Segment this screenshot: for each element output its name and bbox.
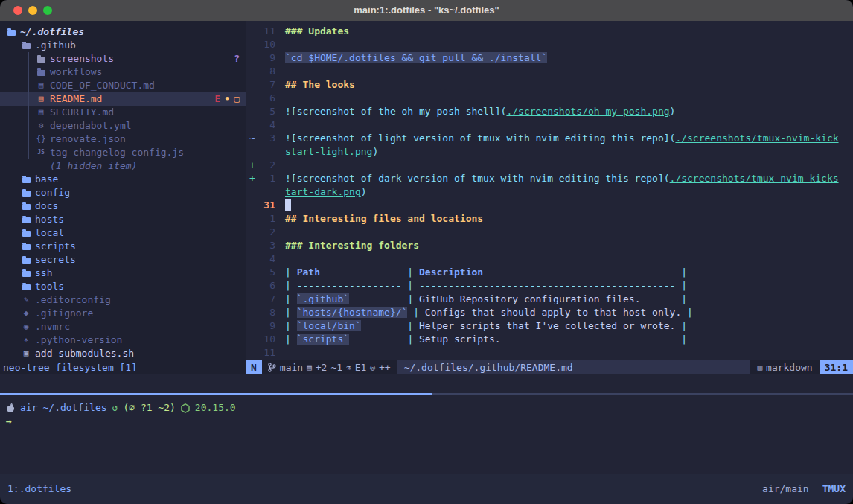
line-number: 6 xyxy=(258,279,275,293)
tree-item-add-submodules-sh[interactable]: ▣add-submodules.sh xyxy=(0,347,246,360)
editor-line[interactable]: 11### Updates xyxy=(246,25,853,38)
editor-line[interactable]: tart-dark.png) xyxy=(246,185,853,199)
line-number: 11 xyxy=(258,25,275,38)
editor-line[interactable]: 1## Interesting files and locations xyxy=(246,212,853,226)
tree-item-config[interactable]: config xyxy=(0,186,246,200)
tmux-pane-divider[interactable] xyxy=(0,393,853,395)
extra-flags: ++ xyxy=(379,361,391,374)
sign-column xyxy=(246,185,258,199)
neo-tree-sidebar: ~/.dotfiles.githubscreenshots?workflows▤… xyxy=(0,21,246,360)
tree-item--gitignore[interactable]: ◆.gitignore xyxy=(0,307,246,320)
editor-line[interactable]: 2 xyxy=(246,226,853,239)
editor-line[interactable]: 4 xyxy=(246,252,853,266)
editor-line[interactable]: 10| `scripts` | Setup scripts. | xyxy=(246,333,853,346)
tree-item-ssh[interactable]: ssh xyxy=(0,267,246,280)
tree-item-readme-md[interactable]: ▤README.mdE•▢ xyxy=(0,92,246,106)
tree-item--python-version[interactable]: ∗.python-version xyxy=(0,334,246,347)
editor-line[interactable]: 8| `hosts/{hostname}/` | Configs that sh… xyxy=(246,306,853,319)
tree-item--github[interactable]: .github xyxy=(0,39,246,52)
markdown-file-icon: ▤ xyxy=(36,79,46,92)
tree-item--1-hidden-item-[interactable]: (1 hidden item) xyxy=(0,159,246,173)
tree-item-secrets[interactable]: secrets xyxy=(0,253,246,267)
sign-column xyxy=(246,319,258,333)
line-number: 8 xyxy=(258,65,275,78)
editor-line[interactable]: 8 xyxy=(246,65,853,78)
status-badge: ? xyxy=(234,52,240,66)
line-number: 2 xyxy=(258,159,275,172)
line-text: `cd $HOME/.dotfiles && git pull && ./ins… xyxy=(285,51,547,65)
editor-line[interactable]: 9`cd $HOME/.dotfiles && git pull && ./in… xyxy=(246,51,853,65)
git-segment: main▤+2~1⚗E1◎++ xyxy=(262,361,397,374)
close-button[interactable] xyxy=(13,6,22,15)
editor-line[interactable]: 3### Interesting folders xyxy=(246,239,853,252)
tree-item-label: ~/.dotfiles xyxy=(20,25,84,39)
editor-line[interactable]: 11 xyxy=(246,346,853,360)
apple-icon xyxy=(6,403,15,413)
editor-line[interactable]: 7| `.github` | GitHub Repository configu… xyxy=(246,293,853,306)
tree-item-label: README.md xyxy=(50,92,102,106)
tree-item-label: .gitignore xyxy=(35,307,93,320)
indent-guide xyxy=(28,119,29,133)
tree-item-label: .editorconfig xyxy=(35,293,111,307)
editor-line[interactable]: +2 xyxy=(246,159,853,172)
line-text: tart-dark.png) xyxy=(285,185,367,199)
zoom-button[interactable] xyxy=(43,6,52,15)
folder-icon xyxy=(21,283,31,290)
tree-item-dependabot-yml[interactable]: ⚙dependabot.yml xyxy=(0,119,246,133)
sign-column xyxy=(246,38,258,51)
tree-item--nvmrc[interactable]: ◉.nvmrc xyxy=(0,320,246,334)
filetype-segment: ▥markdown xyxy=(750,361,819,374)
line-number: 4 xyxy=(258,118,275,132)
titlebar[interactable]: main:1:.dotfiles - "ks~/.dotfiles" xyxy=(0,0,853,21)
tree-item-local[interactable]: local xyxy=(0,226,246,240)
minimize-button[interactable] xyxy=(28,6,37,15)
line-number: 1 xyxy=(258,172,275,185)
markdown-file-icon: ▤ xyxy=(36,92,46,106)
editor-line[interactable]: +1![screenshot of dark version of tmux w… xyxy=(246,172,853,185)
tree-item-screenshots[interactable]: screenshots? xyxy=(0,52,246,66)
editor-line[interactable]: 9| `local/bin` | Helper scripts that I'v… xyxy=(246,319,853,333)
line-number xyxy=(258,185,275,199)
gitsign-add: + xyxy=(246,159,258,172)
editor-line[interactable]: 7## The looks xyxy=(246,78,853,92)
editor-line[interactable]: ~3![screenshot of light version of tmux … xyxy=(246,132,853,145)
editor-line[interactable]: 6 xyxy=(246,92,853,105)
editor-line[interactable]: 10 xyxy=(246,38,853,51)
tree-item-scripts[interactable]: scripts xyxy=(0,240,246,253)
tree-item-hosts[interactable]: hosts xyxy=(0,213,246,226)
tree-item-tag-changelog-config-js[interactable]: JStag-changelog-config.js xyxy=(0,146,246,159)
tree-item-tools[interactable]: tools xyxy=(0,280,246,293)
tree-item-workflows[interactable]: workflows xyxy=(0,66,246,79)
sign-column xyxy=(246,92,258,105)
sign-column xyxy=(246,266,258,279)
editor-line[interactable]: 5| Path | Description | xyxy=(246,266,853,279)
tree-item-base[interactable]: base xyxy=(0,173,246,186)
diamond-icon: ◆ xyxy=(21,307,31,320)
editor-line[interactable]: 6| ------------------ | ----------------… xyxy=(246,279,853,293)
tree-item--editorconfig[interactable]: ✎.editorconfig xyxy=(0,293,246,307)
tree-item-docs[interactable]: docs xyxy=(0,200,246,213)
tmux-window-label[interactable]: 1:.dotfiles xyxy=(7,482,71,496)
sign-column xyxy=(246,239,258,252)
diff-changed: ~1 xyxy=(330,361,342,374)
tree-item-code-of-conduct-md[interactable]: ▤CODE_OF_CONDUCT.md xyxy=(0,79,246,92)
sign-column xyxy=(246,212,258,226)
folder-icon xyxy=(21,256,31,264)
line-number: 6 xyxy=(258,92,275,105)
editor-line[interactable]: 4 xyxy=(246,118,853,132)
indent-guide xyxy=(28,79,29,92)
line-number: 10 xyxy=(258,333,275,346)
tree-item-renovate-json[interactable]: {}renovate.json xyxy=(0,133,246,146)
editor-line[interactable]: 31 xyxy=(246,199,853,212)
folder-icon xyxy=(36,68,46,76)
editor-line[interactable]: start-light.png) xyxy=(246,145,853,159)
git-status: (⌀ ?1 ~2) xyxy=(123,401,175,415)
editor-buffer[interactable]: 11### Updates 10 9`cd $HOME/.dotfiles &&… xyxy=(246,21,853,360)
tree-item-security-md[interactable]: ▤SECURITY.md xyxy=(0,106,246,119)
tree-item-label: .nvmrc xyxy=(35,320,70,334)
indent-guide xyxy=(28,66,29,79)
shell-pane[interactable]: air ~/.dotfiles ↺ (⌀ ?1 ~2) 20.15.0 → xyxy=(0,374,853,474)
editor-line[interactable]: 5![screenshot of the oh-my-posh shell](.… xyxy=(246,105,853,118)
tree-item--dotfiles[interactable]: ~/.dotfiles xyxy=(0,25,246,39)
sign-column xyxy=(246,145,258,159)
